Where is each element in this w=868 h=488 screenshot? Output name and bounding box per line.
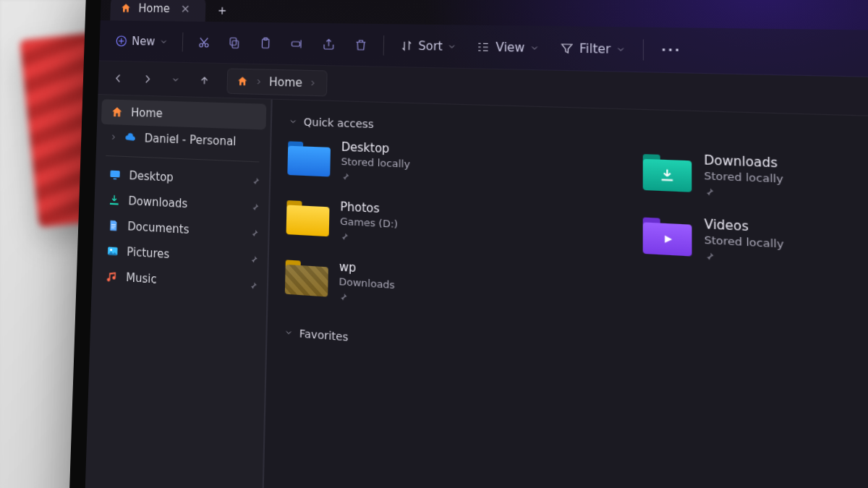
delete-icon	[354, 38, 368, 51]
quick-item-downloads[interactable]: Downloads Stored locally	[643, 150, 868, 207]
quick-item-meta: wp Downloads	[339, 260, 395, 305]
home-icon	[237, 75, 249, 87]
folder-icon	[286, 197, 330, 236]
desktop-icon	[108, 167, 122, 182]
forward-button[interactable]	[135, 66, 159, 92]
toolbar-separator	[383, 35, 384, 55]
pin-icon	[339, 292, 395, 305]
recent-button[interactable]	[163, 67, 188, 93]
chevron-down-icon	[529, 43, 540, 52]
overflow-button[interactable]: ···	[652, 35, 690, 64]
breadcrumb[interactable]: Home	[226, 68, 328, 96]
chevron-right-icon[interactable]	[109, 132, 118, 142]
svg-point-3	[200, 43, 203, 47]
quick-item-wp[interactable]: wp Downloads	[285, 257, 541, 315]
chevron-down-icon	[171, 74, 180, 84]
sidebar-item-label: Documents	[127, 220, 190, 236]
sort-button[interactable]: Sort	[391, 31, 465, 60]
home-icon	[110, 105, 124, 120]
chevron-down-icon	[616, 44, 626, 54]
paste-icon	[258, 36, 272, 50]
svg-point-4	[205, 43, 208, 47]
back-button[interactable]	[106, 65, 131, 90]
delete-button[interactable]	[346, 30, 375, 59]
quick-item-title: Videos	[704, 217, 783, 236]
overflow-label: ···	[661, 43, 681, 58]
view-button[interactable]: View	[468, 33, 548, 62]
sidebar-divider	[106, 155, 259, 163]
svg-rect-5	[232, 40, 239, 48]
pin-icon	[250, 202, 260, 212]
pin-icon	[250, 228, 259, 238]
sidebar: Home Daniel - Personal Desktop Downloads	[80, 95, 272, 488]
monitor: Home New	[64, 0, 868, 488]
documents-icon	[106, 218, 121, 234]
sidebar-item-label: Music	[126, 270, 157, 286]
section-label: Favorites	[299, 327, 349, 343]
downloads-icon	[107, 192, 122, 208]
chevron-down-icon	[447, 41, 456, 51]
quick-item-subtitle: Games (D:)	[340, 215, 398, 230]
filter-button[interactable]: Filter	[551, 33, 635, 64]
quick-item-subtitle: Stored locally	[705, 234, 784, 250]
sort-icon	[399, 38, 414, 53]
quick-item-subtitle: Downloads	[339, 275, 395, 291]
filter-label: Filter	[579, 41, 610, 56]
quick-item-title: Desktop	[341, 140, 411, 157]
svg-rect-12	[110, 203, 119, 205]
up-button[interactable]	[192, 67, 217, 93]
pin-icon	[251, 176, 260, 186]
folder-icon	[643, 150, 692, 192]
folder-icon	[287, 138, 331, 176]
play-icon	[643, 222, 692, 256]
arrow-up-icon	[198, 74, 210, 86]
pin-icon	[704, 187, 783, 201]
pin-icon	[249, 281, 258, 291]
quick-access-grid: Desktop Stored locally Downloads Stored …	[285, 138, 868, 352]
folder-icon	[643, 214, 692, 257]
tab-label: Home	[138, 2, 170, 16]
sidebar-item-label: Downloads	[128, 194, 187, 211]
favorites-header[interactable]: Favorites	[284, 326, 868, 400]
new-button[interactable]: New	[108, 27, 176, 55]
toolbar-separator	[182, 32, 183, 51]
svg-rect-10	[110, 171, 119, 178]
new-tab-button[interactable]	[210, 0, 235, 22]
chevron-right-icon	[254, 77, 263, 86]
quick-item-title: Downloads	[704, 153, 783, 171]
quick-item-photos[interactable]: Photos Games (D:)	[286, 197, 540, 252]
cut-button[interactable]	[190, 28, 218, 56]
quick-item-videos[interactable]: Videos Stored locally	[643, 214, 868, 274]
quick-item-subtitle: Stored locally	[341, 155, 410, 170]
view-label: View	[495, 40, 524, 54]
quick-item-meta: Downloads Stored locally	[704, 153, 783, 200]
quick-item-desktop[interactable]: Desktop Stored locally	[287, 138, 541, 189]
main-content: Quick access Desktop Stored locally	[260, 100, 868, 488]
sort-label: Sort	[418, 38, 443, 53]
sidebar-item-label: Daniel - Personal	[145, 132, 237, 148]
chevron-down-icon	[159, 37, 168, 46]
share-button[interactable]	[314, 30, 344, 59]
arrow-right-icon	[141, 72, 153, 85]
plus-icon	[216, 5, 229, 17]
arrow-left-icon	[113, 72, 124, 85]
quick-item-meta: Videos Stored locally	[704, 217, 783, 265]
sidebar-item-label: Home	[131, 106, 163, 121]
rename-button[interactable]	[282, 30, 311, 57]
sidebar-item-label: Pictures	[127, 245, 170, 261]
toolbar-separator	[643, 39, 644, 60]
close-icon[interactable]	[176, 3, 194, 15]
chevron-down-icon	[289, 117, 298, 127]
pin-icon	[340, 232, 398, 244]
paste-button[interactable]	[251, 30, 280, 57]
share-icon	[321, 37, 335, 51]
pin-icon	[250, 254, 259, 265]
music-icon	[105, 269, 119, 285]
svg-rect-11	[114, 179, 116, 180]
svg-rect-9	[292, 41, 299, 46]
breadcrumb-home[interactable]: Home	[269, 75, 302, 90]
home-icon	[120, 2, 132, 14]
tab-home[interactable]: Home	[110, 0, 206, 22]
copy-button[interactable]	[220, 29, 248, 56]
sidebar-item-onedrive[interactable]: Daniel - Personal	[96, 124, 271, 156]
